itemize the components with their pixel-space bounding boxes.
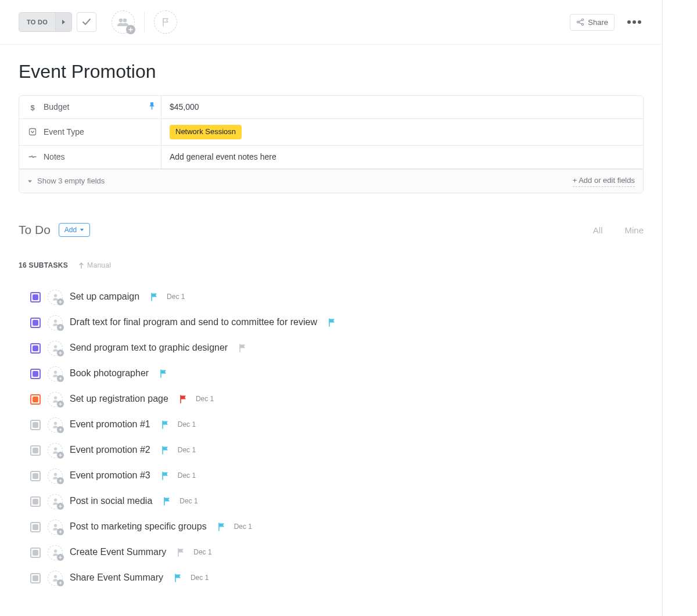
status-checkbox[interactable] (30, 471, 41, 481)
status-group: TO DO (19, 12, 72, 32)
plus-badge (57, 375, 64, 382)
due-date[interactable]: Dec 1 (196, 394, 214, 404)
svg-point-15 (53, 499, 56, 502)
section-title: To Do (19, 221, 51, 238)
status-dropdown-caret[interactable] (55, 13, 71, 31)
assignee-button[interactable] (48, 315, 63, 330)
complete-button[interactable] (77, 12, 96, 32)
subtask-title[interactable]: Send program text to graphic designer (70, 341, 228, 354)
plus-icon (59, 479, 62, 482)
assignees-button[interactable] (112, 10, 135, 34)
status-checkbox[interactable] (30, 573, 41, 583)
status-button[interactable]: TO DO (19, 13, 55, 31)
page-title[interactable]: Event Promotion (19, 59, 644, 85)
field-label-cell[interactable]: Event Type (19, 119, 161, 145)
subtask-row[interactable]: Event promotion #3Dec 1 (30, 463, 644, 489)
status-checkbox[interactable] (30, 394, 41, 405)
dot-icon (638, 20, 641, 24)
subtask-row[interactable]: Share Event SummaryDec 1 (30, 565, 644, 591)
subtask-row[interactable]: Set up registration pageDec 1 (30, 387, 644, 412)
assignee-button[interactable] (48, 571, 63, 586)
field-value-cell[interactable]: Add general event notes here (161, 146, 643, 169)
subtask-title[interactable]: Set up registration page (70, 392, 168, 405)
subtask-row[interactable]: Post to marketing specific groupsDec 1 (30, 514, 644, 540)
dollar-icon: $ (27, 103, 38, 111)
subtask-title[interactable]: Post in social media (70, 495, 152, 507)
subtask-row[interactable]: Event promotion #2Dec 1 (30, 438, 644, 463)
flag-icon (328, 318, 336, 327)
assignee-button[interactable] (48, 443, 63, 458)
due-date[interactable]: Dec 1 (178, 471, 196, 481)
field-row: $Budget$45,000 (19, 96, 643, 120)
fields-footer: Show 3 empty fields + Add or edit fields (19, 169, 643, 193)
subtask-title[interactable]: Share Event Summary (70, 571, 163, 584)
subtask-title[interactable]: Event promotion #1 (70, 418, 150, 431)
status-checkbox[interactable] (30, 496, 41, 507)
status-checkbox[interactable] (30, 343, 41, 354)
assignee-button[interactable] (48, 520, 63, 535)
field-value-cell[interactable]: Network Sessiosn (161, 119, 643, 145)
checkbox-fill (33, 473, 38, 479)
assignee-button[interactable] (48, 494, 63, 509)
field-label-cell[interactable]: Notes (19, 146, 161, 169)
field-value-tag[interactable]: Network Sessiosn (170, 125, 242, 139)
subtask-row[interactable]: Send program text to graphic designer (30, 336, 644, 361)
subtask-row[interactable]: Book photographer (30, 361, 644, 387)
subtask-row[interactable]: Post in social mediaDec 1 (30, 489, 644, 514)
status-checkbox[interactable] (30, 522, 41, 532)
status-checkbox[interactable] (30, 547, 41, 558)
assignee-button[interactable] (48, 366, 63, 381)
subtask-title[interactable]: Create Event Summary (70, 546, 166, 559)
more-menu-button[interactable] (625, 17, 644, 27)
subtask-title[interactable]: Set up campaign (70, 290, 139, 303)
due-date[interactable]: Dec 1 (178, 445, 196, 455)
status-checkbox[interactable] (30, 445, 41, 456)
assignee-button[interactable] (48, 341, 63, 356)
due-date[interactable]: Dec 1 (178, 420, 196, 430)
status-checkbox[interactable] (30, 420, 41, 430)
share-button[interactable]: Share (570, 14, 615, 31)
plus-badge (126, 25, 135, 34)
assignee-button[interactable] (48, 469, 63, 484)
due-date[interactable]: Dec 1 (193, 547, 211, 557)
plus-badge (57, 554, 64, 561)
assignee-button[interactable] (48, 545, 63, 560)
due-date[interactable]: Dec 1 (234, 522, 252, 532)
subtask-row[interactable]: Event promotion #1Dec 1 (30, 412, 644, 438)
priority-button[interactable] (154, 10, 177, 34)
subtask-title[interactable]: Draft text for final program and send to… (70, 316, 317, 329)
status-checkbox[interactable] (30, 369, 41, 379)
tab-all[interactable]: All (593, 224, 603, 236)
sort-button[interactable]: Manual (78, 261, 111, 271)
status-checkbox[interactable] (30, 292, 41, 302)
assignee-button[interactable] (48, 417, 63, 433)
subtask-title[interactable]: Event promotion #3 (70, 469, 150, 482)
share-label: Share (588, 18, 608, 27)
add-subtask-button[interactable]: Add (59, 223, 90, 237)
add-edit-fields-link[interactable]: + Add or edit fields (573, 175, 635, 187)
show-empty-fields-toggle[interactable]: Show 3 empty fields (27, 176, 105, 186)
due-date[interactable]: Dec 1 (167, 292, 185, 302)
field-value[interactable]: $45,000 (170, 102, 199, 113)
due-date[interactable]: Dec 1 (191, 573, 209, 583)
subtask-row[interactable]: Set up campaignDec 1 (30, 284, 644, 310)
svg-point-9 (53, 345, 56, 348)
assignee-button[interactable] (48, 392, 63, 407)
plus-icon (59, 581, 62, 585)
subtask-count: 16 SUBTASKS (19, 261, 68, 271)
subtask-title[interactable]: Event promotion #2 (70, 444, 150, 456)
svg-point-12 (53, 422, 56, 425)
assignee-button[interactable] (48, 290, 63, 305)
checkbox-fill (33, 397, 38, 402)
subtask-title[interactable]: Book photographer (70, 367, 149, 380)
status-checkbox[interactable] (30, 318, 41, 328)
field-value-cell[interactable]: $45,000 (161, 96, 643, 119)
due-date[interactable]: Dec 1 (179, 496, 197, 506)
field-label: Budget (44, 102, 69, 113)
subtask-title[interactable]: Post to marketing specific groups (70, 520, 207, 533)
subtask-row[interactable]: Create Event SummaryDec 1 (30, 540, 644, 565)
tab-mine[interactable]: Mine (624, 224, 644, 236)
field-value[interactable]: Add general event notes here (170, 152, 276, 163)
subtask-row[interactable]: Draft text for final program and send to… (30, 310, 644, 336)
field-label-cell[interactable]: $Budget (19, 96, 161, 119)
